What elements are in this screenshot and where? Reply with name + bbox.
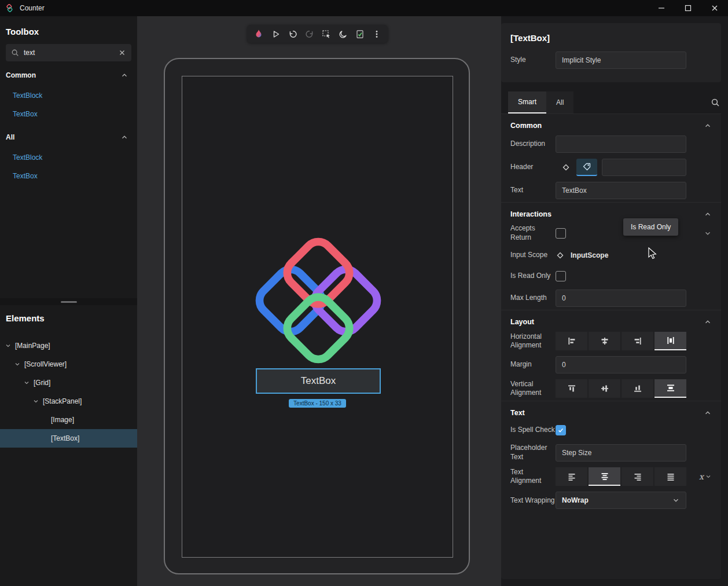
margin-input[interactable] (556, 356, 686, 373)
input-scope-complex-icon[interactable] (556, 251, 565, 260)
text-input[interactable] (556, 182, 686, 199)
description-input[interactable] (556, 135, 686, 153)
toolbox-item-textblock[interactable]: TextBlock (0, 148, 137, 167)
style-input[interactable] (556, 52, 686, 69)
tree-item-grid[interactable]: [Grid] (0, 373, 137, 392)
expander-icon[interactable] (32, 398, 39, 405)
collapse-chevron-up-icon[interactable] (704, 318, 712, 326)
h-align-right-button[interactable] (622, 332, 653, 350)
changes-check-icon[interactable] (355, 30, 365, 39)
v-align-top-button[interactable] (556, 379, 587, 398)
v-align-center-button[interactable] (589, 379, 620, 398)
text-align-justify-button[interactable] (655, 467, 686, 486)
collapse-chevron-up-icon[interactable] (704, 122, 712, 130)
sidebar-splitter[interactable] (0, 298, 137, 305)
tree-item-textbox[interactable]: [TextBox] (0, 429, 137, 448)
properties-search-icon[interactable] (711, 91, 720, 113)
input-scope-label: Input Scope (510, 251, 556, 260)
text-alignment-label: Text Alignment (510, 468, 556, 486)
collapse-chevron-up-icon[interactable] (704, 409, 712, 417)
style-label: Style (510, 56, 556, 65)
selected-element-title: [TextBox] (501, 23, 721, 43)
text-wrapping-label: Text Wrapping (510, 496, 556, 506)
play-icon[interactable] (271, 30, 281, 39)
canvas-textbox-element[interactable]: TextBox (256, 368, 381, 394)
redo-icon[interactable] (305, 30, 314, 39)
toolbox-item-textbox[interactable]: TextBox (0, 105, 137, 123)
text-align-left-button[interactable] (556, 467, 587, 486)
placeholder-text-input[interactable] (556, 444, 686, 462)
header-label: Header (510, 163, 556, 172)
is-read-only-checkbox[interactable] (556, 271, 566, 281)
text-align-center-button[interactable] (589, 467, 620, 486)
input-scope-value[interactable]: InputScope (571, 251, 608, 259)
more-options-kebab-icon[interactable] (372, 30, 381, 39)
minimize-button[interactable] (648, 0, 675, 16)
tree-item-mainpage[interactable]: [MainPage] (0, 336, 137, 355)
toolbox-item-textblock[interactable]: TextBlock (0, 86, 137, 105)
toolbox-search-input[interactable] (24, 49, 113, 57)
section-label: All (6, 133, 14, 141)
expander-icon[interactable] (5, 342, 12, 349)
toolbox-section-common[interactable]: Common (0, 64, 137, 86)
title-bar: Counter (0, 0, 728, 16)
section-title: Interactions (510, 210, 551, 218)
vertical-alignment-label: Vertical Alignment (510, 380, 556, 398)
elements-panel: Elements [MainPage] [ScrollViewer] [Grid… (0, 305, 137, 448)
row-chevron-down-icon[interactable] (704, 229, 712, 237)
section-layout: Layout Horizontal Alignment Margin Verti… (501, 310, 721, 401)
tree-item-label: [ScrollViewer] (24, 360, 67, 368)
section-title: Layout (510, 318, 534, 326)
section-title: Common (510, 122, 542, 130)
expression-binding-button[interactable]: x (699, 472, 712, 481)
chevron-up-icon (120, 133, 128, 141)
close-button[interactable] (701, 0, 728, 16)
tree-item-stackpanel[interactable]: [StackPanel] (0, 392, 137, 411)
header-tag-button[interactable] (576, 159, 597, 176)
textbox-text: TextBox (301, 375, 336, 387)
tab-smart[interactable]: Smart (508, 91, 546, 113)
toolbox-section-all[interactable]: All (0, 126, 137, 148)
canvas-toolbar (247, 25, 388, 43)
accepts-return-checkbox[interactable] (556, 228, 566, 239)
search-icon (11, 49, 19, 57)
max-length-input[interactable] (556, 290, 686, 307)
h-align-center-button[interactable] (589, 332, 620, 350)
expander-icon[interactable] (23, 379, 30, 386)
tab-all[interactable]: All (546, 91, 573, 113)
maximize-button[interactable] (675, 0, 701, 16)
tree-item-scrollviewer[interactable]: [ScrollViewer] (0, 355, 137, 373)
undo-icon[interactable] (288, 30, 297, 39)
text-alignment-group (556, 467, 686, 486)
h-align-stretch-button[interactable] (655, 332, 686, 350)
tree-item-label: [TextBox] (51, 434, 79, 442)
v-align-stretch-button[interactable] (655, 379, 686, 398)
expander-icon[interactable] (14, 361, 21, 368)
text-align-right-button[interactable] (622, 467, 653, 486)
toolbox-item-textbox[interactable]: TextBox (0, 167, 137, 185)
is-read-only-tooltip: Is Read Only (623, 218, 678, 236)
toolbox-search[interactable] (6, 44, 131, 61)
horizontal-alignment-group (556, 332, 686, 350)
is-spell-check-checkbox[interactable] (556, 425, 566, 435)
design-canvas[interactable]: TextBox TextBox - 150 x 33 (137, 16, 501, 586)
element-picker-icon[interactable] (322, 30, 331, 39)
header-complex-value-button[interactable] (556, 159, 576, 176)
hot-reload-flame-icon[interactable] (253, 29, 264, 39)
device-screen[interactable]: TextBox TextBox - 150 x 33 (182, 76, 453, 558)
text-wrapping-dropdown[interactable]: NoWrap (556, 492, 686, 509)
v-align-bottom-button[interactable] (622, 379, 653, 398)
clear-search-icon[interactable] (118, 49, 126, 57)
tree-item-label: [MainPage] (15, 342, 50, 350)
header-input[interactable] (602, 159, 686, 176)
inspector-tabs: Smart All (508, 91, 720, 113)
tree-item-label: [Image] (51, 416, 74, 424)
selection-badge-row: TextBox - 150 x 33 (182, 399, 453, 408)
collapse-chevron-up-icon[interactable] (704, 210, 712, 218)
tree-item-image[interactable]: [Image] (0, 411, 137, 429)
chevron-down-icon (672, 496, 680, 504)
text-wrapping-value: NoWrap (562, 496, 589, 504)
tree-item-label: [StackPanel] (43, 397, 82, 405)
theme-toggle-moon-icon[interactable] (339, 30, 348, 39)
h-align-left-button[interactable] (556, 332, 587, 350)
